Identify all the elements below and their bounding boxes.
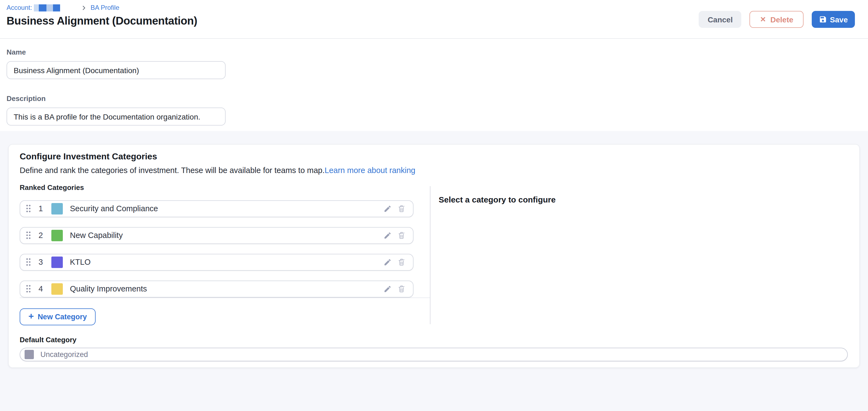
category-row[interactable]: 3 KTLO bbox=[20, 253, 413, 270]
panel-divider bbox=[430, 186, 430, 324]
delete-category-button[interactable] bbox=[394, 228, 409, 242]
category-name: Quality Improvements bbox=[70, 284, 380, 293]
delete-category-button[interactable] bbox=[394, 201, 409, 215]
category-color-swatch bbox=[51, 283, 63, 295]
category-name: New Capability bbox=[70, 231, 380, 240]
chevron-right-icon bbox=[81, 5, 87, 11]
category-row[interactable]: 1 Security and Compliance bbox=[20, 200, 413, 217]
category-rank: 1 bbox=[37, 204, 45, 213]
page: Account: BA Profile Business Alignment (… bbox=[0, 0, 868, 411]
page-header: Account: BA Profile Business Alignment (… bbox=[0, 0, 868, 39]
new-category-button[interactable]: + New Category bbox=[20, 308, 96, 325]
category-color-swatch bbox=[51, 203, 63, 214]
uncategorized-color-swatch bbox=[25, 350, 34, 359]
breadcrumb-ba-profile-link[interactable]: BA Profile bbox=[90, 4, 119, 11]
description-label: Description bbox=[6, 95, 868, 103]
trash-icon bbox=[397, 204, 406, 213]
pencil-icon bbox=[383, 285, 392, 293]
profile-form: Name Description bbox=[0, 39, 868, 131]
pencil-icon bbox=[383, 231, 392, 239]
plus-icon: + bbox=[28, 312, 34, 321]
drag-handle-icon[interactable] bbox=[26, 204, 31, 213]
ranked-categories-label: Ranked Categories bbox=[20, 183, 848, 191]
drag-handle-icon[interactable] bbox=[26, 284, 31, 293]
new-category-label: New Category bbox=[38, 312, 87, 321]
edit-category-button[interactable] bbox=[380, 255, 394, 269]
lower-section: Configure Investment Categories Define a… bbox=[0, 131, 868, 411]
drag-handle-icon[interactable] bbox=[26, 258, 31, 266]
breadcrumb-account-label: Account: bbox=[6, 4, 32, 11]
pencil-icon bbox=[383, 204, 392, 213]
name-label: Name bbox=[6, 48, 868, 56]
drag-handle-icon[interactable] bbox=[26, 231, 31, 240]
edit-category-button[interactable] bbox=[380, 228, 394, 242]
trash-icon bbox=[397, 231, 406, 240]
save-button-label: Save bbox=[830, 15, 848, 24]
delete-category-button[interactable] bbox=[394, 255, 409, 269]
category-list: 1 Security and Compliance 2 New Capabili… bbox=[20, 200, 430, 298]
card-title: Configure Investment Categories bbox=[20, 152, 848, 162]
pencil-icon bbox=[383, 258, 392, 266]
category-name: Security and Compliance bbox=[70, 204, 380, 213]
header-actions: Cancel ✕ Delete Save bbox=[699, 11, 855, 28]
description-input[interactable] bbox=[6, 107, 226, 126]
uncategorized-name: Uncategorized bbox=[40, 350, 88, 358]
empty-state-text: Select a category to configure bbox=[439, 195, 556, 204]
account-name-redacted bbox=[34, 4, 60, 11]
learn-more-link[interactable]: Learn more about ranking bbox=[325, 166, 415, 175]
category-row[interactable]: 4 Quality Improvements bbox=[20, 280, 413, 297]
card-subtitle-text: Define and rank the categories of invest… bbox=[20, 166, 325, 175]
floppy-disk-icon bbox=[819, 15, 827, 24]
card-subtitle: Define and rank the categories of invest… bbox=[20, 165, 848, 176]
investment-categories-card: Configure Investment Categories Define a… bbox=[8, 144, 860, 368]
delete-button-label: Delete bbox=[771, 15, 794, 24]
trash-icon bbox=[397, 258, 406, 266]
save-button[interactable]: Save bbox=[812, 11, 855, 28]
category-rank: 4 bbox=[37, 284, 45, 293]
x-icon: ✕ bbox=[760, 15, 766, 24]
category-rank: 2 bbox=[37, 231, 45, 240]
cancel-button[interactable]: Cancel bbox=[699, 11, 742, 28]
edit-category-button[interactable] bbox=[380, 282, 394, 296]
edit-category-button[interactable] bbox=[380, 201, 394, 215]
category-color-swatch bbox=[51, 230, 63, 241]
trash-icon bbox=[397, 284, 406, 293]
category-rank: 3 bbox=[37, 258, 45, 266]
category-row[interactable]: 2 New Capability bbox=[20, 227, 413, 244]
name-input[interactable] bbox=[6, 61, 226, 79]
default-category-row[interactable]: Uncategorized bbox=[20, 347, 848, 361]
default-category-label: Default Category bbox=[20, 335, 848, 344]
delete-category-button[interactable] bbox=[394, 282, 409, 296]
category-name: KTLO bbox=[70, 258, 380, 266]
category-color-swatch bbox=[51, 256, 63, 268]
delete-button[interactable]: ✕ Delete bbox=[750, 11, 804, 28]
